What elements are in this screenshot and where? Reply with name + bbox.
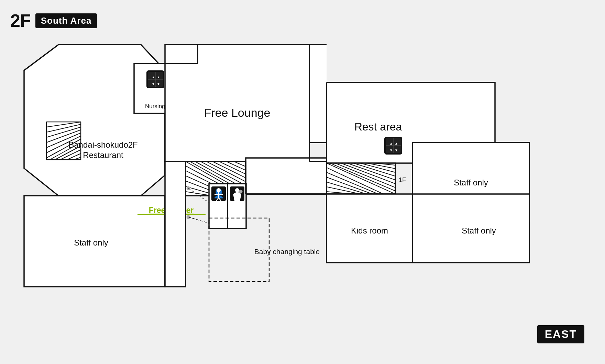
- svg-text:▲: ▲: [152, 75, 155, 79]
- svg-text:1F: 1F: [399, 177, 406, 183]
- area-badge: South Area: [35, 13, 97, 28]
- svg-text:Staff only: Staff only: [74, 238, 108, 247]
- svg-text:Rest area: Rest area: [354, 121, 402, 133]
- svg-rect-181: [246, 158, 327, 194]
- header: 2F South Area: [10, 10, 97, 31]
- svg-text:▲: ▲: [395, 141, 398, 145]
- svg-text:Free Lounge: Free Lounge: [204, 106, 271, 119]
- svg-text:Restaurant: Restaurant: [83, 150, 123, 160]
- svg-rect-199: [165, 161, 186, 287]
- svg-rect-124: [165, 45, 309, 161]
- floor-label: 2F: [10, 10, 31, 31]
- svg-point-202: [239, 190, 243, 194]
- svg-text:▲: ▲: [157, 75, 160, 79]
- svg-text:▼: ▼: [389, 148, 393, 152]
- page: 2F South Area Bandai-shokudo2F Restauran…: [0, 0, 605, 364]
- svg-text:Baby changing table: Baby changing table: [254, 248, 320, 255]
- svg-text:Staff only: Staff only: [462, 226, 496, 235]
- svg-text:Staff only: Staff only: [454, 178, 488, 187]
- svg-text:Bandai-shokudo2F: Bandai-shokudo2F: [68, 140, 138, 149]
- svg-text:▼: ▼: [157, 82, 160, 86]
- east-badge: EAST: [537, 325, 584, 343]
- svg-point-186: [217, 188, 221, 192]
- svg-text:▼: ▼: [152, 82, 155, 86]
- svg-text:Kids room: Kids room: [351, 226, 388, 235]
- svg-text:▲: ▲: [389, 141, 393, 145]
- svg-rect-125: [309, 79, 327, 143]
- svg-rect-207: [309, 45, 327, 82]
- svg-text:▼: ▼: [395, 148, 398, 152]
